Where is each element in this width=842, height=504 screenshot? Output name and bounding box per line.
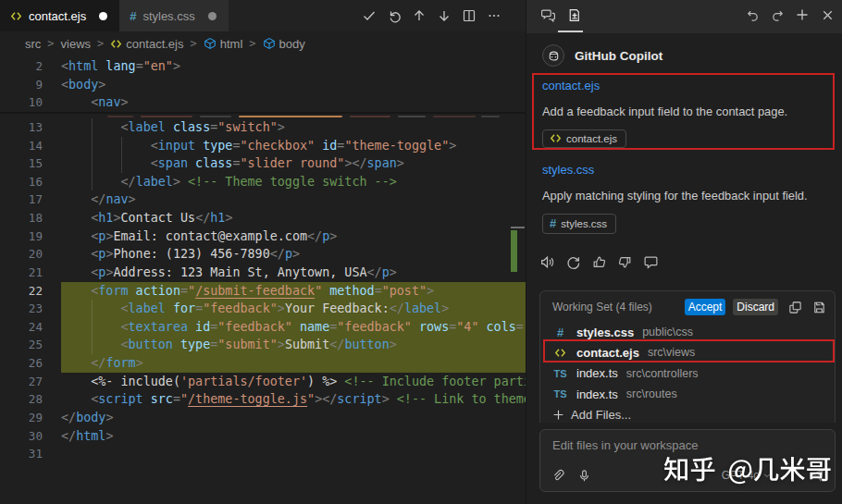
line-number[interactable]: 26 xyxy=(0,354,43,373)
code-line-30[interactable]: 30</html> xyxy=(0,427,526,446)
line-number[interactable]: 2 xyxy=(0,57,43,76)
comment-icon[interactable] xyxy=(640,252,661,272)
code-line-content[interactable]: <p>Email: contact@example.com</p> xyxy=(61,227,526,246)
discard-button[interactable]: Discard xyxy=(733,299,778,315)
breadcrumb-body[interactable]: body xyxy=(263,37,305,51)
code-line-content[interactable]: <%- include('partials/footer') %> <!-- I… xyxy=(61,373,526,391)
more-actions-icon[interactable] xyxy=(484,6,504,26)
add-files-button[interactable]: Add Files... xyxy=(540,404,835,424)
code-editor[interactable]: 2<html lang="en">9<body>10 <nav> 13 <lab… xyxy=(0,55,526,504)
code-line-content[interactable]: </form> xyxy=(61,354,526,373)
chat-input-box[interactable]: Edit files in your workspace GPT-4o xyxy=(539,429,836,492)
code-line-content[interactable]: <p>Address: 123 Main St, Anytown, USA</p… xyxy=(61,264,526,282)
arrow-up-icon[interactable] xyxy=(409,6,429,26)
line-number[interactable]: 20 xyxy=(0,245,43,264)
working-set-file-contact.ejs[interactable]: contact.ejssrc\views xyxy=(540,342,835,363)
code-line-14[interactable]: 14 <input type="checkbox" id="theme-togg… xyxy=(0,137,526,155)
line-number[interactable]: 9 xyxy=(0,76,43,94)
file-chip-styles-css[interactable]: # styles.css xyxy=(542,214,616,234)
check-icon[interactable] xyxy=(359,6,379,26)
code-line-content[interactable]: <label class="switch"> xyxy=(61,118,526,137)
accept-button[interactable]: Accept xyxy=(685,299,726,315)
line-number[interactable]: 17 xyxy=(0,191,43,209)
breadcrumb-html[interactable]: html xyxy=(204,37,243,51)
code-line-content[interactable]: </label> <!-- Theme toggle switch --> xyxy=(61,173,526,191)
line-number[interactable]: 24 xyxy=(0,318,43,337)
code-line-26[interactable]: 26 </form> xyxy=(0,354,526,373)
code-line-content[interactable]: <script src="/theme-toggle.js"></script>… xyxy=(61,390,526,409)
tab-contact-ejs[interactable]: contact.ejs xyxy=(0,0,119,31)
code-line-17[interactable]: 17 </nav> xyxy=(0,191,526,209)
code-line-20[interactable]: 20 <p>Phone: (123) 456-7890</p> xyxy=(0,245,526,264)
send-icon[interactable] xyxy=(807,464,827,485)
attach-context-icon[interactable] xyxy=(550,467,566,484)
read-aloud-icon[interactable] xyxy=(537,252,557,272)
line-number[interactable]: 28 xyxy=(0,390,43,409)
code-line-content[interactable]: <label for="feedback">Your Feedback:</la… xyxy=(61,300,526,318)
redo-icon[interactable] xyxy=(767,5,787,25)
regenerate-icon[interactable] xyxy=(563,252,583,272)
working-set-file-index.ts[interactable]: TSindex.tssrc\controllers xyxy=(540,363,835,384)
working-set-file-index.ts[interactable]: TSindex.tssrc\routes xyxy=(540,384,835,404)
thumbs-down-icon[interactable] xyxy=(614,252,635,272)
file-link-styles-css[interactable]: styles.css xyxy=(542,163,594,177)
model-picker[interactable]: GPT-4o xyxy=(722,469,772,482)
line-number[interactable]: 31 xyxy=(0,445,43,463)
line-number[interactable]: 27 xyxy=(0,373,43,391)
line-number[interactable]: 19 xyxy=(0,227,43,246)
code-line-31[interactable]: 31 xyxy=(0,445,526,463)
line-number[interactable]: 14 xyxy=(0,137,43,155)
code-line-9[interactable]: 9<body> xyxy=(0,76,526,94)
breadcrumb-views[interactable]: views xyxy=(61,37,92,51)
code-line-29[interactable]: 29</body> xyxy=(0,409,526,427)
mic-icon[interactable] xyxy=(576,467,592,484)
overview-ruler-added-mark[interactable] xyxy=(511,230,517,272)
code-line-content[interactable]: </html> xyxy=(61,427,526,446)
code-line-content[interactable]: <body> xyxy=(61,76,526,94)
code-line-15[interactable]: 15 <span class="slider round"></span> xyxy=(0,154,526,173)
compare-changes-icon[interactable] xyxy=(786,299,803,315)
code-line-18[interactable]: 18 <h1>Contact Us</h1> xyxy=(0,209,526,227)
code-line-27[interactable]: 27 <%- include('partials/footer') %> <!-… xyxy=(0,373,526,391)
code-line-content[interactable]: <html lang="en"> xyxy=(61,57,526,76)
code-line-10[interactable]: 10 <nav> xyxy=(0,93,526,112)
code-line-content[interactable]: </nav> xyxy=(61,191,526,209)
code-line-content[interactable]: <span class="slider round"></span> xyxy=(61,154,526,173)
code-line-content[interactable]: <h1>Contact Us</h1> xyxy=(61,209,526,227)
arrow-down-icon[interactable] xyxy=(434,6,454,26)
code-line-19[interactable]: 19 <p>Email: contact@example.com</p> xyxy=(0,227,526,246)
code-line-23[interactable]: 23 <label for="feedback">Your Feedback:<… xyxy=(0,300,526,318)
split-editor-icon[interactable] xyxy=(459,6,479,26)
code-line-21[interactable]: 21 <p>Address: 123 Main St, Anytown, USA… xyxy=(0,264,526,282)
breadcrumb-contact-ejs[interactable]: contact.ejs xyxy=(110,37,183,51)
new-chat-icon[interactable] xyxy=(792,5,812,25)
line-number[interactable]: 25 xyxy=(0,336,43,354)
file-link-contact-ejs[interactable]: contact.ejs xyxy=(542,79,600,92)
line-number[interactable]: 21 xyxy=(0,264,43,282)
code-line-28[interactable]: 28 <script src="/theme-toggle.js"></scri… xyxy=(0,390,526,409)
modified-dot-icon[interactable] xyxy=(208,12,217,20)
working-set-file-styles.css[interactable]: #styles.csspublic\css xyxy=(540,322,835,342)
edit-session-icon[interactable] xyxy=(563,5,584,25)
code-line-content[interactable] xyxy=(61,445,526,463)
line-number[interactable]: 23 xyxy=(0,300,43,318)
file-chip-contact-ejs[interactable]: contact.ejs xyxy=(542,129,626,148)
thumbs-up-icon[interactable] xyxy=(588,252,609,272)
code-line-content[interactable]: </body> xyxy=(61,409,526,427)
save-all-icon[interactable] xyxy=(811,299,827,315)
line-number[interactable]: 29 xyxy=(0,409,43,427)
comment-discussion-icon[interactable] xyxy=(538,5,558,25)
code-line-content[interactable]: <button type="submit">Submit</button> xyxy=(61,336,526,354)
code-line-2[interactable]: 2<html lang="en"> xyxy=(0,57,526,76)
code-line-24[interactable]: 24 <textarea id="feedback" name="feedbac… xyxy=(0,318,526,337)
breadcrumb-src[interactable]: src xyxy=(25,37,41,51)
modified-dot-icon[interactable] xyxy=(99,12,107,20)
discard-icon[interactable] xyxy=(384,6,404,26)
line-number[interactable]: 22 xyxy=(0,282,43,301)
code-line-content[interactable]: <nav> xyxy=(61,93,526,112)
tab-styles-css[interactable]: # styles.css xyxy=(119,0,229,31)
undo-icon[interactable] xyxy=(742,5,762,25)
line-number[interactable]: 13 xyxy=(0,118,43,137)
code-line-content[interactable]: <textarea id="feedback" name="feedback" … xyxy=(61,318,526,337)
code-line-content[interactable]: <input type="checkbox" id="theme-toggle"… xyxy=(61,137,526,155)
